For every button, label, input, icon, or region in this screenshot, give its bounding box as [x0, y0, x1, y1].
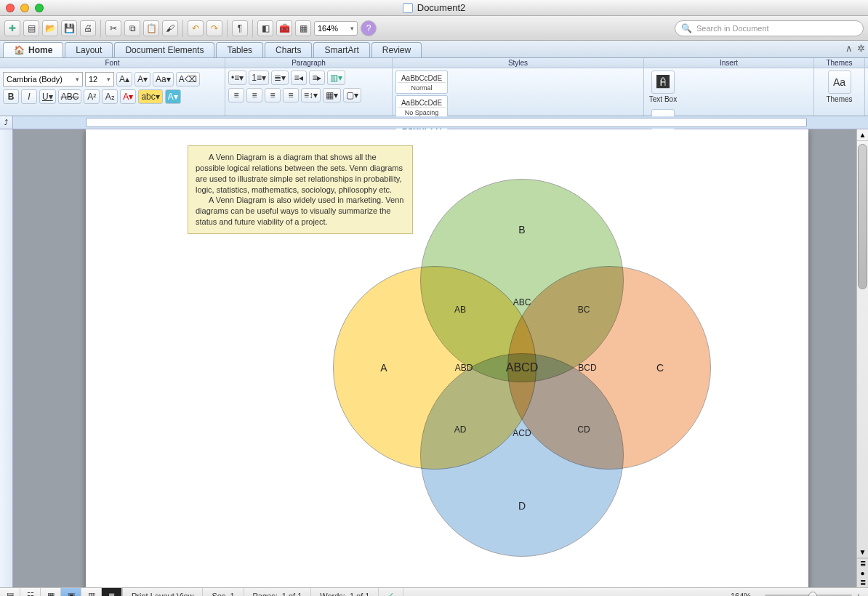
document-viewport[interactable]: A Venn Diagram is a diagram that shows a…	[13, 129, 856, 587]
draft-view-button[interactable]: ▤	[0, 588, 20, 596]
align-left-button[interactable]: ≡	[228, 88, 244, 102]
tab-charts[interactable]: Charts	[265, 42, 312, 57]
shrink-font-button[interactable]: A▾	[134, 72, 150, 86]
vertical-ruler[interactable]	[0, 129, 13, 587]
underline-button[interactable]: U▾	[39, 89, 56, 104]
tab-layout[interactable]: Layout	[65, 42, 113, 57]
scroll-up-button[interactable]: ▲	[857, 129, 868, 141]
prev-page-button[interactable]: ≣	[857, 559, 868, 568]
zoom-in-button[interactable]: +	[856, 592, 861, 597]
text-effects-button[interactable]: A▾	[165, 89, 181, 104]
tab-smartart[interactable]: SmartArt	[313, 42, 369, 57]
venn-label-cd: CD	[577, 424, 590, 435]
justify-button[interactable]: ≡	[283, 88, 299, 102]
notebook-view-button[interactable]: ▥	[81, 588, 102, 596]
outline-view-button[interactable]: ☷	[20, 588, 41, 596]
browse-object-button[interactable]: ●	[857, 568, 868, 578]
publishing-view-button[interactable]: ▦	[41, 588, 61, 596]
zoom-percent-label[interactable]: 164%	[731, 592, 751, 597]
tab-home[interactable]: 🏠 Home	[3, 42, 63, 57]
print-layout-view-button[interactable]: ▣	[61, 588, 81, 596]
view-name-segment[interactable]: Print Layout View	[123, 588, 203, 596]
scroll-thumb[interactable]	[858, 144, 867, 289]
subscript-button[interactable]: A₂	[102, 89, 118, 104]
font-size-select[interactable]: 12▾	[85, 72, 114, 86]
style-no-spacing[interactable]: AaBbCcDdE No Spacing	[395, 95, 448, 118]
grow-font-button[interactable]: A▴	[116, 72, 132, 86]
zoom-out-button[interactable]: −	[755, 592, 760, 597]
venn-circle-d[interactable]	[420, 353, 624, 557]
align-center-button[interactable]: ≡	[246, 88, 262, 102]
open-button[interactable]: 📂	[42, 20, 58, 36]
focus-view-button[interactable]: ◼	[102, 588, 122, 596]
scroll-track[interactable]	[857, 141, 868, 547]
multilevel-list-button[interactable]: ≣▾	[271, 71, 289, 85]
align-right-button[interactable]: ≡	[265, 88, 281, 102]
media-browser-button[interactable]: ▦	[295, 20, 311, 36]
tab-tables[interactable]: Tables	[216, 42, 263, 57]
home-icon: 🏠	[14, 45, 25, 55]
font-color-button[interactable]: A▾	[120, 89, 136, 104]
new-button[interactable]: ✚	[4, 20, 20, 36]
themes-button[interactable]: Aa Themes	[824, 71, 856, 103]
show-formatting-button[interactable]: ¶	[232, 20, 248, 36]
help-button[interactable]: ?	[361, 20, 377, 36]
undo-button[interactable]: ↶	[188, 20, 204, 36]
vertical-scrollbar[interactable]: ▲ ▼ ≣ ● ≣	[856, 129, 868, 587]
redo-button[interactable]: ↷	[206, 20, 222, 36]
document-page[interactable]: A Venn Diagram is a diagram that shows a…	[86, 129, 808, 587]
strikethrough-button[interactable]: ABC	[58, 89, 82, 104]
ribbon-controls: ∧ ✲	[845, 43, 865, 54]
venn-label-bcd: BCD	[578, 363, 596, 373]
separator	[252, 20, 253, 37]
font-name-select[interactable]: Cambria (Body)▾	[3, 72, 83, 86]
highlight-button[interactable]: abc▾	[138, 89, 162, 104]
borders-button[interactable]: ▢▾	[343, 88, 361, 102]
pages-segment[interactable]: Pages: 1 of 1	[244, 588, 312, 596]
paste-button[interactable]: 📋	[143, 20, 159, 36]
increase-indent-button[interactable]: ≡▸	[309, 71, 325, 85]
save-button[interactable]: 💾	[61, 20, 77, 36]
shading-button[interactable]: ▦▾	[323, 88, 341, 102]
section-segment[interactable]: Sec 1	[203, 588, 244, 596]
change-case-button[interactable]: Aa▾	[153, 72, 174, 86]
ruler-track[interactable]	[13, 116, 868, 129]
scroll-down-button[interactable]: ▼	[857, 547, 868, 558]
themes-label: Themes	[826, 95, 852, 103]
zoom-slider-knob[interactable]	[808, 592, 817, 597]
horizontal-ruler[interactable]: ⤴	[0, 116, 868, 129]
numbering-button[interactable]: 1≡▾	[249, 71, 269, 85]
new-from-template-button[interactable]: ▤	[23, 20, 39, 36]
sidebar-button[interactable]: ◧	[257, 20, 273, 36]
words-segment[interactable]: Words: 1 of 1	[311, 588, 379, 596]
themes-group-label: Themes	[814, 58, 865, 68]
bullets-button[interactable]: •≡▾	[228, 71, 246, 85]
venn-diagram[interactable]: B A C D AB BC CD AD ABC BCD ACD ABD ABCD	[318, 179, 711, 571]
zoom-select[interactable]: 164% ▾	[314, 21, 358, 36]
venn-label-a: A	[380, 362, 387, 374]
textbox-button[interactable]: 🅰 Text Box	[647, 71, 679, 103]
venn-label-abc: ABC	[513, 297, 531, 307]
cut-button[interactable]: ✂	[105, 20, 121, 36]
spell-check-segment[interactable]: ✓	[379, 588, 403, 596]
decrease-indent-button[interactable]: ≡◂	[291, 71, 307, 85]
superscript-button[interactable]: A²	[84, 89, 100, 104]
clear-formatting-button[interactable]: A⌫	[176, 72, 200, 86]
style-normal[interactable]: AaBbCcDdE Normal	[395, 71, 448, 94]
bold-button[interactable]: B	[3, 89, 19, 104]
print-button[interactable]: 🖨	[80, 20, 96, 36]
line-spacing-button[interactable]: ≡↕▾	[301, 88, 321, 102]
columns-button[interactable]: ▥▾	[327, 71, 345, 85]
collapse-ribbon-button[interactable]: ∧	[845, 43, 853, 54]
next-page-button[interactable]: ≣	[857, 578, 868, 587]
tab-document-elements[interactable]: Document Elements	[114, 42, 214, 57]
italic-button[interactable]: I	[21, 89, 37, 104]
copy-button[interactable]: ⧉	[124, 20, 140, 36]
insert-group-label: Insert	[644, 58, 814, 68]
search-field[interactable]: 🔍 Search in Document	[675, 20, 864, 36]
tab-selector[interactable]: ⤴	[0, 116, 13, 129]
tab-review[interactable]: Review	[371, 42, 422, 57]
ribbon-options-button[interactable]: ✲	[857, 43, 865, 54]
toolbox-button[interactable]: 🧰	[276, 20, 292, 36]
format-painter-button[interactable]: 🖌	[162, 20, 178, 36]
